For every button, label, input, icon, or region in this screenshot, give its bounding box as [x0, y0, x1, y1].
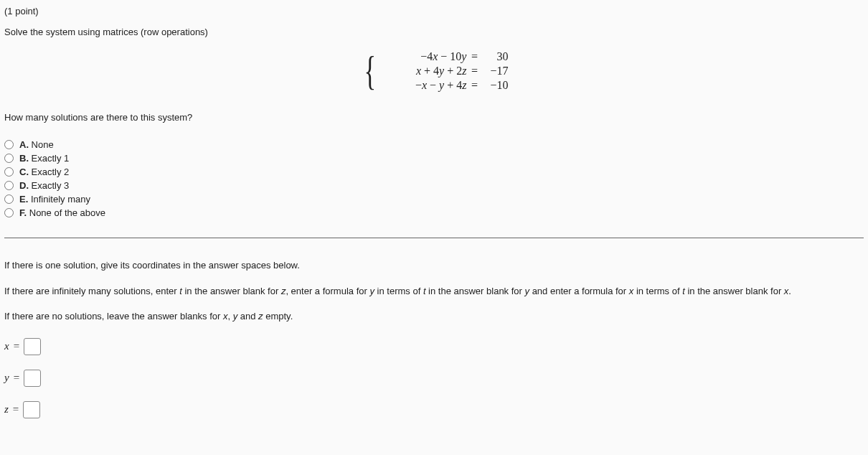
choice-label[interactable]: A. None — [19, 139, 54, 150]
choice-row: C. Exactly 2 — [4, 166, 864, 178]
choice-row: A. None — [4, 139, 864, 151]
points-label: (1 point) — [4, 6, 864, 17]
equation-rhs: 30 — [482, 50, 508, 63]
choice-label[interactable]: D. Exactly 3 — [19, 180, 69, 191]
choice-radio[interactable] — [4, 167, 14, 177]
equation-system: {−4x − 10y=30x + 4y + 2z=−17−x − y + 4z=… — [4, 50, 864, 92]
equals-sign: = — [466, 79, 482, 92]
equals-sign: = — [14, 372, 19, 384]
answer-z-input[interactable] — [23, 401, 40, 418]
equation-row: −x − y + 4z=−10 — [384, 79, 508, 92]
equation-row: −4x − 10y=30 — [384, 50, 508, 63]
choice-row: B. Exactly 1 — [4, 152, 864, 164]
equation-rhs: −10 — [482, 79, 508, 92]
answer-z-row: z = — [4, 401, 864, 418]
instruction-one-solution: If there is one solution, give its coord… — [4, 258, 864, 273]
answer-y-row: y = — [4, 370, 864, 387]
question-prompt: Solve the system using matrices (row ope… — [4, 27, 864, 37]
choice-radio[interactable] — [4, 154, 14, 163]
instruction-infinite: If there are infinitely many solutions, … — [4, 284, 864, 299]
choice-row: E. Infinitely many — [4, 193, 864, 205]
choice-radio[interactable] — [4, 181, 14, 190]
choice-label[interactable]: C. Exactly 2 — [19, 166, 69, 177]
choice-radio[interactable] — [4, 208, 14, 217]
z-label: z — [4, 403, 9, 416]
equals-sign: = — [466, 65, 482, 78]
divider — [4, 238, 864, 238]
equation-lhs: −4x − 10y — [384, 50, 466, 63]
answer-x-row: x = — [4, 338, 864, 355]
choices-group: A. NoneB. Exactly 1C. Exactly 2D. Exactl… — [4, 139, 864, 219]
equals-sign: = — [466, 50, 482, 63]
x-label: x — [4, 340, 9, 352]
equation-lhs: x + 4y + 2z — [384, 65, 466, 78]
equals-sign: = — [13, 403, 19, 416]
choice-radio[interactable] — [4, 194, 14, 204]
choice-label[interactable]: E. Infinitely many — [19, 194, 90, 205]
equation-rhs: −17 — [482, 65, 508, 78]
answer-y-input[interactable] — [24, 370, 41, 387]
choice-radio[interactable] — [4, 140, 14, 149]
y-label: y — [4, 372, 9, 384]
choice-label[interactable]: B. Exactly 1 — [19, 153, 69, 164]
equation-row: x + 4y + 2z=−17 — [384, 65, 508, 78]
equation-lhs: −x − y + 4z — [384, 79, 466, 92]
choice-row: D. Exactly 3 — [4, 179, 864, 192]
instruction-no-solution: If there are no solutions, leave the ans… — [4, 309, 864, 324]
choice-label[interactable]: F. None of the above — [19, 207, 105, 218]
equals-sign: = — [14, 340, 19, 352]
choice-row: F. None of the above — [4, 207, 864, 219]
answer-x-input[interactable] — [24, 338, 41, 355]
brace-left-icon: { — [364, 50, 376, 92]
subquestion: How many solutions are there to this sys… — [4, 112, 864, 123]
